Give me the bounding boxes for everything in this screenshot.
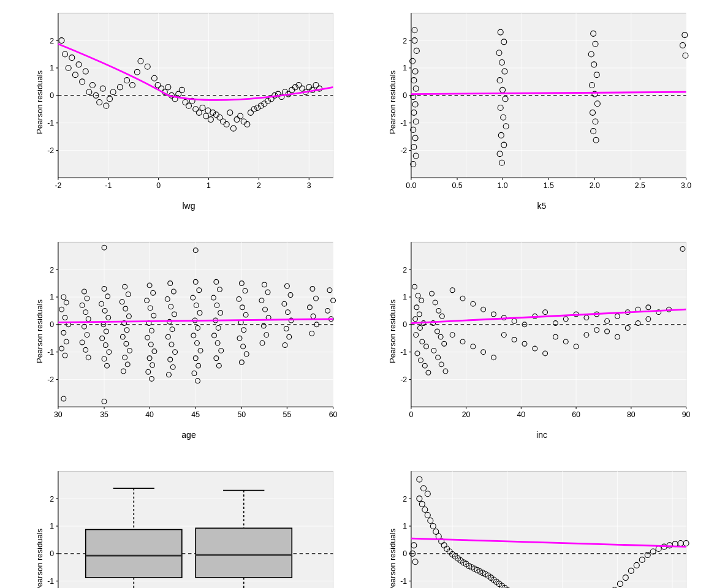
svg-text:-1: -1 bbox=[47, 119, 54, 127]
y-label-lwg: Pearson residuals bbox=[35, 70, 44, 134]
svg-text:80: 80 bbox=[627, 410, 636, 419]
x-label-age: age bbox=[181, 430, 195, 440]
svg-text:0: 0 bbox=[403, 91, 407, 100]
y-label-wc: Pearson residuals bbox=[35, 529, 44, 588]
svg-text:1: 1 bbox=[50, 64, 54, 72]
svg-text:1: 1 bbox=[403, 522, 407, 531]
svg-text:0: 0 bbox=[403, 320, 407, 329]
svg-text:2: 2 bbox=[50, 495, 54, 503]
svg-text:30: 30 bbox=[54, 410, 63, 419]
plot-linear: Pearson residuals -2 -1 0 bbox=[353, 458, 706, 588]
svg-text:2: 2 bbox=[50, 37, 54, 45]
svg-text:-1: -1 bbox=[400, 119, 407, 127]
y-label-age: Pearson residuals bbox=[35, 300, 44, 363]
svg-text:55: 55 bbox=[283, 410, 292, 419]
svg-text:2: 2 bbox=[257, 181, 261, 190]
svg-text:50: 50 bbox=[238, 410, 246, 419]
svg-text:-1: -1 bbox=[105, 181, 112, 190]
svg-text:0: 0 bbox=[403, 549, 407, 558]
plot-age: Pearson residuals 30 35 4 bbox=[0, 229, 353, 458]
svg-text:-1: -1 bbox=[400, 348, 407, 356]
svg-text:-2: -2 bbox=[400, 146, 407, 155]
svg-text:0: 0 bbox=[50, 549, 54, 558]
svg-text:90: 90 bbox=[682, 410, 691, 419]
svg-age: 30 35 40 45 50 55 60 -2 -1 0 1 2 bbox=[31, 235, 347, 428]
svg-text:20: 20 bbox=[462, 410, 471, 419]
svg-text:2: 2 bbox=[403, 37, 407, 45]
svg-text:60: 60 bbox=[572, 410, 580, 419]
svg-text:2: 2 bbox=[50, 266, 54, 274]
svg-text:1: 1 bbox=[403, 293, 407, 302]
y-label-k5: Pearson residuals bbox=[388, 70, 397, 134]
svg-text:0: 0 bbox=[156, 181, 161, 190]
svg-k5: 0.0 0.5 1.0 1.5 2.0 2.5 3.0 -2 -1 0 1 2 bbox=[384, 6, 700, 198]
svg-text:1: 1 bbox=[403, 64, 407, 72]
svg-text:0: 0 bbox=[409, 410, 413, 419]
svg-text:40: 40 bbox=[517, 410, 525, 419]
svg-text:-2: -2 bbox=[47, 375, 54, 384]
svg-lwg: -2 -1 0 1 2 3 -2 -1 0 1 2 bbox=[31, 6, 347, 198]
y-label-linear: Pearson residuals bbox=[388, 529, 397, 588]
y-label-inc: Pearson residuals bbox=[388, 300, 397, 363]
svg-text:-2: -2 bbox=[47, 146, 54, 155]
svg-text:0: 0 bbox=[50, 91, 54, 100]
svg-text:35: 35 bbox=[100, 410, 108, 419]
svg-text:45: 45 bbox=[191, 410, 200, 419]
svg-text:0.5: 0.5 bbox=[452, 181, 462, 190]
plot-inc: Pearson residuals 0 20 40 60 bbox=[353, 229, 706, 458]
svg-text:3.0: 3.0 bbox=[681, 181, 691, 190]
svg-wc: -2 -1 0 1 2 bbox=[31, 464, 347, 588]
svg-text:-2: -2 bbox=[400, 375, 407, 384]
svg-text:-1: -1 bbox=[400, 577, 407, 586]
plot-grid: Pearson residuals bbox=[0, 0, 706, 588]
svg-text:0: 0 bbox=[50, 320, 54, 329]
svg-text:0.0: 0.0 bbox=[406, 181, 416, 190]
svg-text:3: 3 bbox=[307, 181, 311, 190]
svg-text:2: 2 bbox=[403, 495, 407, 503]
svg-rect-498 bbox=[86, 530, 182, 578]
plot-k5: Pearson residuals 0.0 0.5 bbox=[353, 0, 706, 229]
svg-text:40: 40 bbox=[145, 410, 154, 419]
svg-text:1: 1 bbox=[50, 293, 54, 302]
svg-text:1: 1 bbox=[50, 522, 54, 531]
svg-text:1.5: 1.5 bbox=[544, 181, 554, 190]
svg-text:2: 2 bbox=[403, 266, 407, 274]
svg-text:-1: -1 bbox=[47, 348, 54, 356]
x-label-lwg: lwg bbox=[182, 201, 195, 211]
svg-text:-1: -1 bbox=[47, 577, 54, 586]
x-label-inc: inc bbox=[536, 430, 547, 440]
plot-wc: Pearson residuals -2 -1 0 1 2 bbox=[0, 458, 353, 588]
plot-lwg: Pearson residuals bbox=[0, 0, 353, 229]
svg-text:1: 1 bbox=[207, 181, 211, 190]
svg-text:-2: -2 bbox=[55, 181, 61, 190]
svg-text:2.5: 2.5 bbox=[635, 181, 645, 190]
x-label-k5: k5 bbox=[537, 201, 547, 211]
svg-inc: 0 20 40 60 80 -2 -1 0 1 2 90 bbox=[384, 235, 700, 428]
svg-rect-505 bbox=[195, 528, 292, 578]
svg-text:2.0: 2.0 bbox=[590, 181, 600, 190]
svg-linear: -2 -1 0 1 2 3 -2 -1 0 1 2 bbox=[384, 464, 700, 588]
svg-text:60: 60 bbox=[329, 410, 338, 419]
svg-text:1.0: 1.0 bbox=[497, 181, 507, 190]
